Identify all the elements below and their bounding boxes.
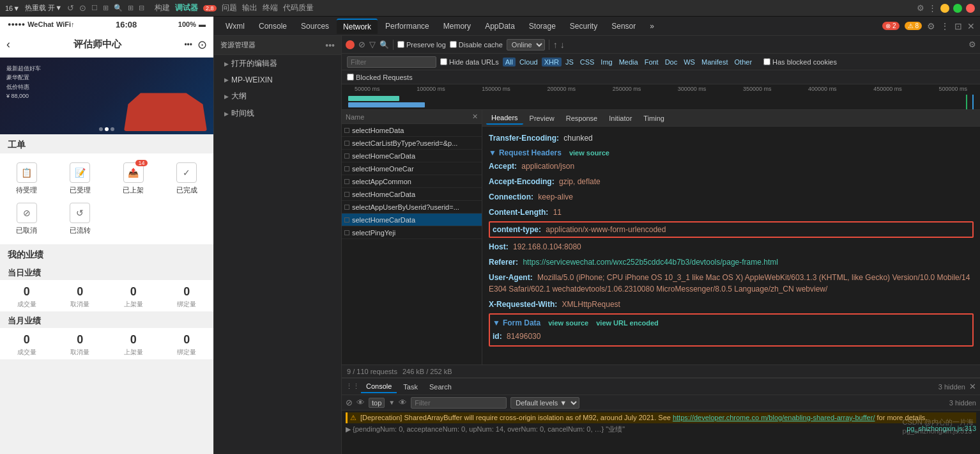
context-selector[interactable]: top	[369, 398, 385, 408]
request-row[interactable]: selectCarListByType?userid=&p...	[342, 137, 482, 150]
download-icon[interactable]: ↓	[560, 40, 565, 50]
details-tab-initiator[interactable]: Initiator	[604, 113, 637, 124]
more-dots-icon[interactable]: •••	[184, 40, 192, 49]
maximize-button[interactable]	[953, 4, 962, 13]
record-button[interactable]	[346, 40, 355, 49]
clear-console-icon[interactable]: ⊘	[346, 398, 353, 407]
tab-console[interactable]: Console	[252, 19, 293, 33]
request-row[interactable]: selectHomeCarData	[342, 150, 482, 162]
tab-console[interactable]: Console	[361, 380, 397, 393]
sidebar-item-timeline[interactable]: ▶ 时间线	[214, 105, 341, 122]
reload-icon[interactable]: ↺	[67, 3, 74, 13]
work-item-accepted[interactable]: 📝 已受理	[54, 159, 107, 199]
view-url-encoded-link[interactable]: view URL encoded	[596, 319, 659, 327]
close-panel-icon[interactable]: ✕	[472, 113, 478, 121]
hidden-count: 3 hidden	[938, 383, 965, 391]
tab-memory[interactable]: Memory	[437, 19, 477, 33]
request-row[interactable]: selectHomeCarData	[342, 188, 482, 201]
detach-icon[interactable]: ⊡	[954, 21, 962, 31]
tab-sources[interactable]: Sources	[295, 19, 335, 33]
tab-task[interactable]: Task	[398, 381, 423, 393]
vertical-dots-icon[interactable]: ⋮	[940, 21, 949, 31]
filter-css[interactable]: CSS	[578, 58, 597, 67]
request-row[interactable]: selectPingYeji	[342, 226, 482, 239]
tab-storage[interactable]: Storage	[523, 19, 562, 33]
work-section-title: 工单	[0, 134, 213, 153]
view-source-link[interactable]: view source	[569, 149, 609, 157]
work-item-done[interactable]: ✓ 已完成	[160, 159, 214, 199]
work-item-transferred[interactable]: ↺ 已流转	[54, 199, 107, 239]
work-item-pending[interactable]: 📋 待受理	[0, 159, 54, 199]
close-devtools-icon[interactable]: ✕	[967, 21, 975, 31]
more-icon[interactable]: ⋮	[928, 3, 937, 13]
filter-input[interactable]	[347, 56, 436, 68]
details-tab-headers[interactable]: Headers	[486, 112, 523, 125]
filter-cloud[interactable]: Cloud	[517, 58, 540, 67]
request-row[interactable]: selectHomeOneCar	[342, 162, 482, 175]
has-blocked-cookies-checkbox[interactable]: Has blocked cookies	[763, 58, 837, 66]
counter-label[interactable]: 16▼	[5, 4, 20, 12]
close-console-icon[interactable]: ✕	[969, 382, 976, 391]
throttle-select[interactable]: Online	[507, 39, 545, 51]
tab-performance[interactable]: Performance	[379, 19, 436, 33]
back-button[interactable]: ‹	[6, 38, 10, 51]
filter-ws[interactable]: WS	[681, 58, 698, 67]
work-item-cancelled[interactable]: ⊘ 已取消	[0, 199, 54, 239]
search-nav-icon[interactable]: 🔍	[114, 4, 123, 12]
search-network-icon[interactable]: 🔍	[379, 40, 389, 49]
work-item-listed[interactable]: 📤 14 已上架	[107, 159, 160, 199]
console-filter-input[interactable]	[411, 397, 507, 409]
sidebar-item-open-editors[interactable]: ▶ 打开的编辑器	[214, 55, 341, 72]
hotreload-label[interactable]: 热重载 开▼	[25, 3, 62, 13]
settings-network-icon[interactable]: ⚙	[969, 40, 976, 49]
sidebar-item-outline[interactable]: ▶ 大纲	[214, 88, 341, 105]
sidebar-item-mp-weixin[interactable]: ▶ MP-WEIXIN	[214, 72, 341, 88]
details-tab-response[interactable]: Response	[561, 113, 603, 124]
clear-icon[interactable]: ⊘	[358, 40, 365, 49]
filter-doc[interactable]: Doc	[662, 58, 680, 67]
sidebar-more-icon[interactable]: •••	[325, 40, 335, 51]
request-row-selected[interactable]: selectHomeCarData	[342, 214, 482, 226]
tab-search[interactable]: Search	[424, 381, 457, 393]
request-row[interactable]: selectAppCommon	[342, 175, 482, 188]
console-level-select[interactable]: Default levels ▼	[510, 397, 579, 409]
close-button[interactable]	[966, 4, 975, 13]
request-headers-section[interactable]: ▼ Request Headers view source	[489, 146, 974, 159]
tab-more[interactable]: »	[643, 19, 661, 33]
filter-xhr[interactable]: XHR	[542, 58, 562, 67]
filter-toggle-icon[interactable]: ▽	[369, 40, 376, 49]
eye-icon-2[interactable]: 👁	[399, 398, 407, 407]
tab-wxml[interactable]: Wxml	[219, 19, 251, 33]
filter-js[interactable]: JS	[563, 58, 576, 67]
tab-sensor[interactable]: Sensor	[605, 19, 642, 33]
record-icon[interactable]: ⊙	[197, 38, 207, 52]
layout-icon[interactable]: ⊟	[139, 4, 144, 12]
tab-security[interactable]: Security	[563, 19, 604, 33]
deprecation-link[interactable]: https://developer.chrome.co m/blog/enabl…	[673, 414, 875, 421]
preserve-log-checkbox[interactable]: Preserve log	[397, 41, 446, 49]
form-data-section[interactable]: ▼ Form Data view source view URL encoded	[493, 316, 970, 329]
referer-value: https://servicewechat.com/wxc252b5cddc44…	[523, 258, 778, 267]
filter-other[interactable]: Other	[732, 58, 755, 67]
filter-font[interactable]: Font	[642, 58, 661, 67]
filter-media[interactable]: Media	[616, 58, 641, 67]
view-source-link2[interactable]: view source	[548, 319, 588, 327]
filter-all[interactable]: All	[503, 58, 516, 67]
request-row[interactable]: selectAppUserByUserid?userid=...	[342, 201, 482, 214]
hide-data-urls-checkbox[interactable]: Hide data URLs	[440, 58, 499, 66]
request-row[interactable]: selectHomeData	[342, 124, 482, 137]
upload-icon[interactable]: ↑	[553, 40, 558, 50]
stop-icon[interactable]: ⊙	[79, 3, 86, 13]
disable-cache-checkbox[interactable]: Disable cache	[450, 41, 503, 49]
details-tab-preview[interactable]: Preview	[524, 113, 560, 124]
filter-img[interactable]: Img	[598, 58, 615, 67]
blocked-requests-checkbox[interactable]: Blocked Requests	[347, 74, 413, 81]
minimize-button[interactable]	[940, 4, 949, 13]
tab-appdata[interactable]: AppData	[479, 19, 521, 33]
filter-manifest[interactable]: Manifest	[699, 58, 731, 67]
settings-icon[interactable]: ⚙	[917, 3, 924, 13]
details-tab-timing[interactable]: Timing	[638, 113, 670, 124]
eye-icon[interactable]: 👁	[356, 398, 365, 407]
settings-devtools-icon[interactable]: ⚙	[927, 21, 935, 31]
tab-network[interactable]: Network	[337, 19, 378, 34]
